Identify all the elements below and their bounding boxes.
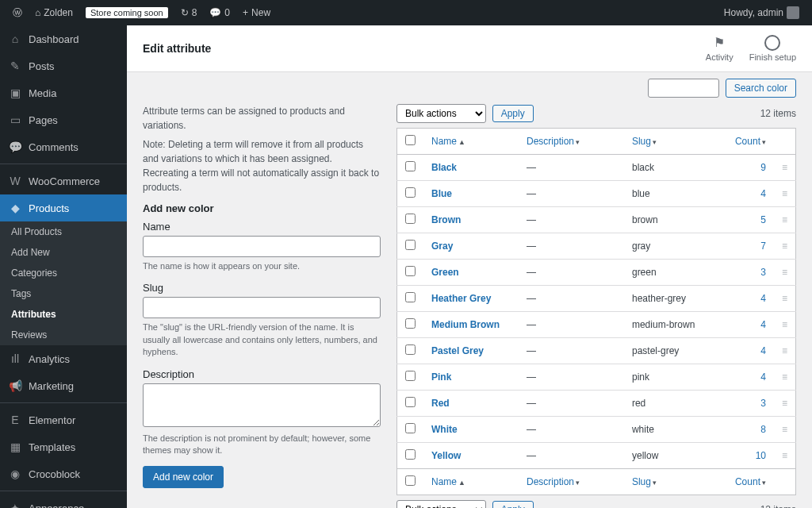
drag-handle-icon[interactable]: ≡ [774,338,796,364]
menu-woocommerce[interactable]: WWooCommerce [0,167,127,194]
drag-handle-icon[interactable]: ≡ [774,155,796,181]
site-link[interactable]: ⌂ Zolden [29,0,79,25]
row-checkbox[interactable] [405,344,416,355]
updates-link[interactable]: ↻ 8 [174,0,204,25]
bulk-actions-select-bottom[interactable]: Bulk actions [396,500,486,508]
drag-handle-icon[interactable]: ≡ [774,364,796,391]
apply-button-bottom[interactable]: Apply [492,501,534,508]
select-all-top[interactable] [405,135,416,145]
row-checkbox[interactable] [405,161,416,171]
items-count-bottom: 12 items [760,504,796,508]
col-name[interactable]: Name▲ [423,129,519,155]
term-count-link[interactable]: 8 [760,424,766,435]
term-name-link[interactable]: Pink [431,371,451,383]
row-checkbox[interactable] [405,318,416,329]
term-name-link[interactable]: Red [431,398,450,409]
comments-link[interactable]: 💬 0 [203,0,236,25]
bulk-actions-select-top[interactable]: Bulk actions [396,104,486,123]
menu-media[interactable]: ▣Media [0,79,127,106]
drag-handle-icon[interactable]: ≡ [774,181,796,207]
row-checkbox[interactable] [405,266,416,276]
menu-appearance[interactable]: ✦Appearance [0,495,127,508]
term-name-link[interactable]: Yellow [431,450,461,461]
row-checkbox[interactable] [405,240,416,250]
menu-crocoblock[interactable]: ◉Crocoblock [0,460,127,487]
menu-comments[interactable]: 💬Comments [0,133,127,160]
col-count-foot[interactable]: Count▾ [727,469,774,495]
slug-input[interactable] [143,297,381,318]
col-slug-foot[interactable]: Slug▾ [624,469,727,495]
term-name-link[interactable]: Medium Brown [431,319,500,330]
term-name-link[interactable]: Green [431,267,459,278]
drag-handle-icon[interactable]: ≡ [774,443,796,469]
term-name-link[interactable]: Brown [431,214,461,225]
row-checkbox[interactable] [405,449,416,460]
menu-label: WooCommerce [29,175,100,187]
term-count-link[interactable]: 3 [760,398,766,409]
menu-products[interactable]: ◆Products [0,194,127,221]
term-name-link[interactable]: Black [431,162,457,173]
submenu-add-new[interactable]: Add New [0,242,127,263]
apply-button-top[interactable]: Apply [492,105,534,122]
row-checkbox[interactable] [405,214,416,224]
add-color-button[interactable]: Add new color [143,466,224,488]
menu-posts[interactable]: ✎Posts [0,52,127,79]
store-badge[interactable]: Store coming soon [79,0,174,25]
name-input[interactable] [143,236,381,257]
submenu-tags[interactable]: Tags [0,283,127,304]
wp-logo[interactable]: ⓦ [6,0,29,25]
term-name-link[interactable]: Pastel Grey [431,345,484,356]
menu-dashboard[interactable]: ⌂Dashboard [0,25,127,52]
row-checkbox[interactable] [405,187,416,198]
menu-templates[interactable]: ▦Templates [0,433,127,460]
howdy[interactable]: Howdy, admin [718,0,806,25]
col-description-foot[interactable]: Description▾ [519,469,624,495]
submenu-reviews[interactable]: Reviews [0,325,127,345]
submenu-categories[interactable]: Categories [0,263,127,283]
submenu-attributes[interactable]: Attributes [0,304,127,325]
term-count-link[interactable]: 9 [760,162,766,173]
new-link[interactable]: + New [236,0,277,25]
col-count[interactable]: Count▾ [727,129,774,155]
col-slug[interactable]: Slug▾ [624,129,727,155]
drag-handle-icon[interactable]: ≡ [774,286,796,312]
col-description[interactable]: Description▾ [519,129,624,155]
description-input[interactable] [143,383,381,427]
term-count-link[interactable]: 3 [760,267,766,278]
term-name-link[interactable]: Blue [431,188,452,199]
term-name-link[interactable]: Gray [431,241,453,252]
activity-button[interactable]: ⚑ Activity [706,35,733,62]
menu-marketing[interactable]: 📢Marketing [0,372,127,399]
menu-elementor[interactable]: EElementor [0,406,127,433]
drag-handle-icon[interactable]: ≡ [774,260,796,286]
submenu-all-products[interactable]: All Products [0,221,127,242]
term-count-link[interactable]: 4 [760,188,766,199]
drag-handle-icon[interactable]: ≡ [774,312,796,338]
menu-label: Crocoblock [29,468,80,480]
search-input[interactable] [648,79,719,98]
menu-pages[interactable]: ▭Pages [0,106,127,133]
term-name-link[interactable]: Heather Grey [431,293,491,304]
term-description: — [519,417,624,443]
drag-handle-icon[interactable]: ≡ [774,391,796,417]
drag-handle-icon[interactable]: ≡ [774,417,796,443]
search-button[interactable]: Search color [726,79,796,98]
col-name-foot[interactable]: Name▲ [423,469,519,495]
term-count-link[interactable]: 4 [760,319,766,330]
term-count-link[interactable]: 7 [760,241,766,252]
term-name-link[interactable]: White [431,424,458,435]
select-all-bottom[interactable] [405,475,416,486]
term-count-link[interactable]: 4 [760,345,766,356]
row-checkbox[interactable] [405,397,416,407]
term-count-link[interactable]: 4 [760,371,766,383]
term-count-link[interactable]: 4 [760,293,766,304]
menu-analytics[interactable]: ıllAnalytics [0,345,127,372]
finish-setup-button[interactable]: Finish setup [749,35,796,62]
term-count-link[interactable]: 10 [756,450,766,461]
row-checkbox[interactable] [405,423,416,433]
drag-handle-icon[interactable]: ≡ [774,233,796,260]
term-count-link[interactable]: 5 [760,214,766,225]
row-checkbox[interactable] [405,371,416,381]
drag-handle-icon[interactable]: ≡ [774,207,796,233]
row-checkbox[interactable] [405,292,416,302]
